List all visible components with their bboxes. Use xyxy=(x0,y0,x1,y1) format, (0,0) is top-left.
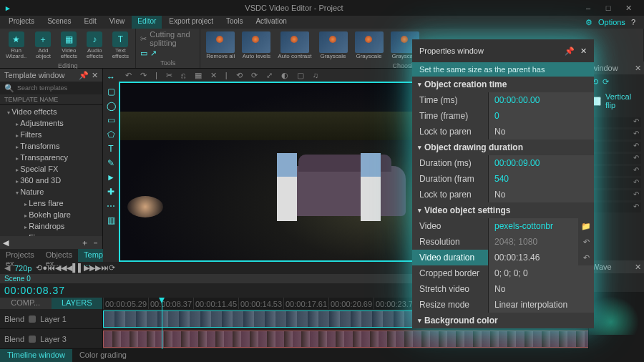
top-tool-6[interactable]: ✕ xyxy=(208,70,219,81)
tree-node-adjustments[interactable]: Adjustments xyxy=(1,118,101,129)
adjustment-slider-1[interactable]: ↶ xyxy=(592,129,641,140)
tree-node-transforms[interactable]: Transforms xyxy=(1,141,101,152)
adjustment-slider-6[interactable]: ↶ xyxy=(592,190,641,200)
back-icon[interactable]: ◀ xyxy=(4,263,10,273)
bottom-tab[interactable]: Color grading xyxy=(72,349,134,362)
preview-tool-7[interactable]: ► xyxy=(105,172,117,183)
props-value[interactable]: No xyxy=(488,187,594,202)
props-value[interactable]: No xyxy=(488,124,594,140)
undo-icon[interactable]: ↶ xyxy=(578,253,594,263)
close-button[interactable]: ✕ xyxy=(618,1,638,14)
top-tool-8[interactable]: ⟲ xyxy=(234,70,245,81)
menu-activation[interactable]: Activation xyxy=(250,16,292,29)
top-tool-4[interactable]: ⎌ xyxy=(179,70,188,80)
rotate-cw-icon[interactable]: ⟳ xyxy=(602,77,609,87)
tree-node-raindrops[interactable]: Raindrops xyxy=(1,221,101,233)
preview-tool-10[interactable]: ▥ xyxy=(105,215,117,226)
preview-tool-1[interactable]: ▢ xyxy=(105,86,117,97)
maximize-button[interactable]: □ xyxy=(598,1,618,14)
preview-tool-0[interactable]: ↔ xyxy=(105,72,117,83)
ribbon-video-button[interactable]: ▦Videoeffects xyxy=(58,30,79,61)
adjustment-slider-5[interactable]: ↶ xyxy=(592,178,641,188)
options-link[interactable]: Options xyxy=(598,18,625,26)
search-input[interactable] xyxy=(14,84,98,92)
top-tool-12[interactable]: ▢ xyxy=(295,70,306,81)
transport-4[interactable]: ◀ xyxy=(67,263,72,272)
adjustment-slider-7[interactable]: ↶ xyxy=(592,202,641,212)
menu-projects[interactable]: Projects xyxy=(3,16,40,29)
scissors-icon[interactable]: ✂ xyxy=(140,34,147,44)
slider-reset-icon[interactable]: ↶ xyxy=(631,142,641,152)
quick-style-3[interactable]: Grayscale xyxy=(318,30,349,61)
slider-reset-icon[interactable]: ↶ xyxy=(631,117,641,127)
quick-style-4[interactable]: Grayscale xyxy=(353,30,385,61)
tree-node-special-fx[interactable]: Special FX xyxy=(1,164,101,175)
slider-reset-icon[interactable]: ↶ xyxy=(631,129,641,140)
ribbon-run-button[interactable]: ★RunWizard.. xyxy=(4,30,28,61)
props-close-icon[interactable]: ✕ xyxy=(580,47,587,56)
menu-tools[interactable]: Tools xyxy=(220,16,248,29)
preview-tool-9[interactable]: ⋯ xyxy=(105,200,117,212)
props-value[interactable]: 0; 0; 0; 0 xyxy=(488,265,594,281)
timeline-clip-2[interactable] xyxy=(103,331,637,348)
props-value[interactable]: Linear interpolation xyxy=(488,297,594,313)
props-value[interactable]: No xyxy=(488,281,594,297)
props-value[interactable]: 2048; 1080 xyxy=(488,234,578,250)
top-tool-1[interactable]: ↷ xyxy=(138,70,149,81)
help-icon[interactable]: ? xyxy=(631,18,635,26)
left-tab[interactable]: Projects ex... xyxy=(0,249,40,262)
slider-reset-icon[interactable]: ↶ xyxy=(631,166,641,176)
quick-style-1[interactable]: Auto levels xyxy=(240,30,272,61)
timeline-tab[interactable]: COMP... xyxy=(0,298,52,309)
menu-view[interactable]: View xyxy=(104,16,131,29)
preview-tool-3[interactable]: ▭ xyxy=(105,114,117,126)
properties-hint[interactable]: Set the same size as the parent has xyxy=(412,62,594,77)
timeline-tab[interactable]: LAYERS xyxy=(52,298,103,309)
tool-rect-icon[interactable]: ▭ xyxy=(140,49,147,58)
tree-add-icon[interactable]: ＋ xyxy=(81,238,89,248)
adjustment-slider-2[interactable]: ↶ xyxy=(592,142,641,152)
tree-node-lens-flare[interactable]: Lens flare xyxy=(1,198,101,210)
transport-9[interactable]: ⟳ xyxy=(109,263,115,272)
ribbon-text-button[interactable]: TTexteffects xyxy=(109,30,131,61)
transport-3[interactable]: ◀◀ xyxy=(55,263,67,272)
tree-node-transparency[interactable]: Transparency xyxy=(1,152,101,164)
props-value[interactable]: 00:00:09.00 xyxy=(488,155,594,171)
left-tab[interactable]: Objects ex... xyxy=(40,249,78,262)
props-value[interactable]: 540 xyxy=(488,171,594,187)
props-section-header[interactable]: Background color xyxy=(412,313,594,328)
slider-reset-icon[interactable]: ↶ xyxy=(631,202,641,212)
tree-node-video-effects[interactable]: Video effects xyxy=(1,107,101,118)
tree-expand-icon[interactable]: ◀ xyxy=(3,238,9,248)
props-section-header[interactable]: Object drawing duration xyxy=(412,140,594,155)
menu-scenes[interactable]: Scenes xyxy=(42,16,77,29)
transport-6[interactable]: ▶ xyxy=(84,263,89,272)
tree-node-360-and-3d[interactable]: 360 and 3D xyxy=(1,175,101,187)
top-tool-9[interactable]: ⟳ xyxy=(249,70,260,81)
props-section-header[interactable]: Video object settings xyxy=(412,202,594,218)
playhead[interactable] xyxy=(162,298,162,349)
folder-icon[interactable]: 📁 xyxy=(578,222,594,231)
menu-editor[interactable]: Editor xyxy=(132,16,162,29)
transport-5[interactable]: ▌▌ xyxy=(72,263,84,272)
preview-tool-2[interactable]: ◯ xyxy=(105,100,117,112)
quick-style-2[interactable]: Auto contrast xyxy=(276,30,313,61)
tool-arrow-icon[interactable]: ↗ xyxy=(150,49,157,58)
preview-tool-4[interactable]: ⬠ xyxy=(105,129,117,140)
adjustment-slider-3[interactable]: ↶ xyxy=(592,154,641,164)
top-tool-0[interactable]: ↶ xyxy=(123,70,134,81)
tree-node-filters[interactable]: Filters xyxy=(1,129,101,141)
props-value[interactable]: pexels-cottonbr xyxy=(488,218,578,234)
preview-tool-5[interactable]: T xyxy=(105,143,117,155)
top-tool-5[interactable]: ▦ xyxy=(192,70,204,81)
pin-icon[interactable]: 📌 xyxy=(79,71,89,80)
timeline-track[interactable]: BlendLayer 1 xyxy=(0,309,102,329)
ribbon-add-button[interactable]: ＋Addobject xyxy=(32,30,54,61)
transport-8[interactable]: ⏭ xyxy=(101,263,109,272)
menu-edit[interactable]: Edit xyxy=(78,16,102,29)
wave-close-icon[interactable]: ✕ xyxy=(635,263,641,272)
gear-icon[interactable]: ⚙ xyxy=(585,18,592,27)
tree-node-bokeh-glare[interactable]: Bokeh glare xyxy=(1,210,101,221)
scene-label[interactable]: Scene 0 xyxy=(4,275,31,283)
quick-style-0[interactable]: Remove all xyxy=(205,30,236,61)
